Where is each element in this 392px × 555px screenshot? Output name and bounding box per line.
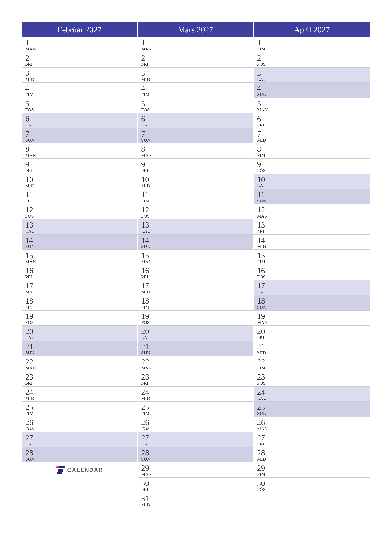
month-column: Mars 20271MÁN2ÞRI3MIÐ4FIM5FÖS6LAU7SUN8MÁ… (138, 22, 254, 508)
day-of-week-label: MIÐ (25, 396, 137, 401)
month-header: Apríl 2027 (254, 22, 370, 37)
day-cell: 21MIÐ (254, 341, 370, 356)
day-number: 23 (257, 373, 370, 381)
day-of-week-label: FIM (25, 305, 137, 309)
day-of-week-label: MÁN (25, 366, 137, 370)
day-cell: 11SUN (254, 189, 370, 204)
day-of-week-label: FIM (25, 199, 137, 203)
day-cell: 29FIM (254, 462, 370, 478)
day-of-week-label: LAU (257, 396, 370, 401)
day-of-week-label: FIM (257, 472, 370, 476)
day-cell: 24LAU (254, 387, 370, 402)
day-cell: 7SUN (138, 128, 254, 144)
day-number: 23 (25, 373, 137, 381)
day-number: 27 (141, 433, 253, 442)
month-header: Febrúar 2027 (22, 22, 138, 37)
day-of-week-label: FÖS (257, 168, 370, 173)
day-of-week-label: MIÐ (257, 138, 370, 142)
day-cell: 1MÁN (22, 37, 138, 52)
day-number: 10 (257, 175, 370, 184)
day-number: 13 (25, 221, 137, 229)
day-of-week-label: SUN (25, 138, 137, 142)
day-number: 18 (141, 297, 253, 305)
day-of-week-label: FÖS (25, 214, 137, 218)
day-cell: 7SUN (22, 128, 138, 144)
month-column: Apríl 20271FIM2FÖS3LAU4SUN5MÁN6ÞRI7MIÐ8F… (254, 22, 370, 508)
day-number: 29 (257, 464, 370, 472)
day-of-week-label: LAU (25, 336, 137, 340)
day-number: 25 (25, 403, 137, 411)
day-cell: 15MÁN (138, 250, 254, 265)
day-of-week-label: FÖS (141, 427, 253, 431)
day-cell: 5FÖS (22, 98, 138, 113)
day-number: 2 (25, 54, 137, 62)
day-cell: 11FIM (22, 189, 138, 204)
day-number: 5 (257, 99, 370, 108)
calendar-container: Febrúar 20271MÁN2ÞRI3MIÐ4FIM5FÖS6LAU7SUN… (22, 22, 370, 508)
day-cell: 9ÞRI (22, 159, 138, 174)
day-of-week-label: ÞRI (257, 123, 370, 127)
day-of-week-label: MÁN (257, 427, 370, 431)
day-cell: 2ÞRI (22, 52, 138, 67)
day-of-week-label: MIÐ (257, 351, 370, 355)
day-of-week-label: FIM (141, 92, 253, 97)
day-of-week-label: SUN (25, 351, 137, 355)
day-of-week-label: MÁN (257, 108, 370, 112)
day-of-week-label: ÞRI (141, 168, 253, 173)
day-cell: 14MIÐ (254, 235, 370, 250)
day-number: 7 (25, 130, 137, 138)
day-of-week-label: FÖS (257, 381, 370, 385)
day-cell: 9ÞRI (138, 159, 254, 174)
day-cell: 22MÁN (138, 356, 254, 371)
day-number: 10 (25, 175, 137, 184)
day-cell: 27ÞRI (254, 432, 370, 447)
day-cell: 8MÁN (22, 144, 138, 159)
day-number: 10 (141, 175, 253, 184)
day-cell: 14SUN (138, 235, 254, 250)
day-number: 22 (141, 358, 253, 366)
day-number: 24 (141, 388, 253, 396)
day-of-week-label: MIÐ (25, 183, 137, 188)
day-cell: 26FÖS (22, 417, 138, 432)
day-number: 1 (257, 39, 370, 47)
day-cell: 30FÖS (254, 478, 370, 493)
day-cell: 13LAU (138, 219, 254, 235)
day-number: 15 (257, 251, 370, 260)
day-cell: 18FIM (138, 295, 254, 311)
brand-logo: CALENDAR (56, 466, 103, 474)
day-number: 2 (257, 54, 370, 62)
day-of-week-label: FÖS (257, 62, 370, 66)
day-of-week-label: MÁN (257, 320, 370, 325)
day-of-week-label: SUN (257, 92, 370, 97)
day-of-week-label: LAU (141, 442, 253, 446)
day-cell: 3MIÐ (22, 67, 138, 83)
day-cell: 25FIM (138, 402, 254, 417)
day-cell: 3MIÐ (138, 67, 254, 83)
day-of-week-label: LAU (141, 123, 253, 127)
day-cell: 12FÖS (22, 204, 138, 219)
day-of-week-label: LAU (257, 77, 370, 82)
day-of-week-label: MIÐ (257, 457, 370, 461)
day-number: 7 (257, 130, 370, 138)
day-number: 9 (141, 160, 253, 168)
day-number: 9 (25, 160, 137, 168)
day-number: 22 (257, 358, 370, 366)
day-of-week-label: FIM (257, 47, 370, 51)
day-cell: 18SUN (254, 295, 370, 311)
day-of-week-label: SUN (25, 457, 137, 461)
day-number: 1 (141, 39, 253, 47)
day-of-week-label: LAU (25, 442, 137, 446)
day-cell: 15FIM (254, 250, 370, 265)
day-number: 19 (257, 312, 370, 320)
day-of-week-label: MÁN (25, 153, 137, 158)
day-of-week-label: LAU (257, 183, 370, 188)
day-of-week-label: ÞRI (141, 275, 253, 279)
day-cell: 1MÁN (138, 37, 254, 52)
day-of-week-label: FIM (25, 411, 137, 416)
day-number: 11 (257, 190, 370, 199)
day-of-week-label: MIÐ (141, 183, 253, 188)
day-cell: 19MÁN (254, 311, 370, 326)
day-of-week-label: MIÐ (257, 244, 370, 249)
day-of-week-label: MÁN (141, 153, 253, 158)
day-cell: 16ÞRI (22, 265, 138, 280)
